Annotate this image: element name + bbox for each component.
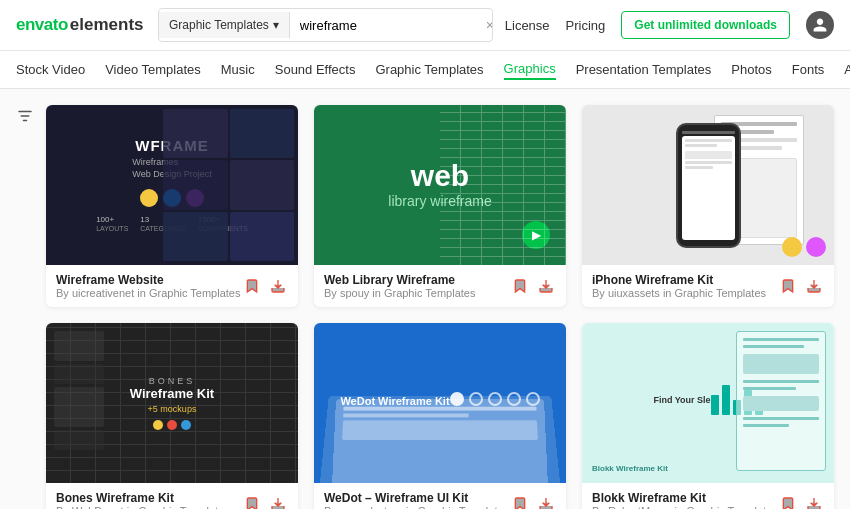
nav-graphic-templates[interactable]: Graphic Templates	[375, 60, 483, 79]
card5-info: WeDot – Wireframe UI Kit By panoplystore…	[324, 491, 510, 509]
card1-badge-1	[140, 189, 158, 207]
search-clear-button[interactable]: ×	[478, 11, 493, 39]
panel-line	[743, 345, 804, 348]
card4-dot-1	[153, 420, 163, 430]
card-image-1: WFRAME WireframesWeb Design Project 100+…	[46, 105, 298, 265]
unlimited-downloads-button[interactable]: Get unlimited downloads	[621, 11, 790, 39]
logo: envato elements	[16, 15, 146, 35]
card-blokk-wireframe-kit[interactable]: Find Your Sle Blokk Wireframe Kit	[582, 323, 834, 509]
download-icon	[270, 496, 286, 509]
card4-mockups-label: +5 mockups	[130, 404, 214, 414]
card1-author: By uicreativenet in Graphic Templates	[56, 287, 242, 299]
nav-graphics[interactable]: Graphics	[504, 59, 556, 80]
category-nav: Stock Video Video Templates Music Sound …	[0, 51, 850, 89]
card3-footer: iPhone Wireframe Kit By uiuxassets in Gr…	[582, 265, 834, 307]
card-bones-wireframe-kit[interactable]: BONES Wireframe Kit +5 mockups Bones Wir…	[46, 323, 298, 509]
mini-screen	[230, 212, 294, 261]
panel-block-1	[743, 354, 819, 374]
card6-title: Blokk Wireframe Kit	[592, 491, 778, 505]
card-image-4: BONES Wireframe Kit +5 mockups	[46, 323, 298, 483]
card2-download-button[interactable]	[536, 276, 556, 296]
license-link[interactable]: License	[505, 18, 550, 33]
search-bar: Graphic Templates ▾ ×	[158, 8, 493, 42]
card6-find-text: Find Your Sle	[653, 395, 710, 405]
card4-bookmark-button[interactable]	[242, 494, 262, 509]
header: envato elements Graphic Templates ▾ × Li…	[0, 0, 850, 89]
card3-phone	[676, 123, 741, 248]
card3-icon-1	[782, 237, 802, 257]
card-wedot-wireframe-ui-kit[interactable]: WeDot Wireframe Kit WeDot	[314, 323, 566, 509]
bar	[722, 385, 730, 415]
card1-bookmark-button[interactable]	[242, 276, 262, 296]
bookmark-icon	[244, 278, 260, 294]
card6-footer: Blokk Wireframe Kit By RobertMayer in Gr…	[582, 483, 834, 509]
card1-title: Wireframe Website	[56, 273, 242, 287]
nav-photos[interactable]: Photos	[731, 60, 771, 79]
card5-author: By panoplystore in Graphic Templates	[324, 505, 510, 509]
nav-video-templates[interactable]: Video Templates	[105, 60, 201, 79]
card3-title: iPhone Wireframe Kit	[592, 273, 778, 287]
sheet-line	[343, 413, 469, 417]
download-icon	[806, 496, 822, 509]
screen-line	[685, 144, 718, 147]
card3-info: iPhone Wireframe Kit By uiuxassets in Gr…	[592, 273, 778, 299]
bar	[711, 395, 719, 415]
download-icon	[538, 278, 554, 294]
phone-screen	[682, 136, 735, 240]
card4-download-button[interactable]	[268, 494, 288, 509]
nav-fonts[interactable]: Fonts	[792, 60, 825, 79]
download-icon	[538, 496, 554, 509]
mini-screen	[163, 212, 227, 261]
card4-left-panels	[54, 331, 104, 475]
card5-bookmark-button[interactable]	[510, 494, 530, 509]
download-icon	[806, 278, 822, 294]
card4-actions	[242, 494, 288, 509]
user-avatar[interactable]	[806, 11, 834, 39]
card4-center: BONES Wireframe Kit +5 mockups	[130, 376, 214, 430]
card6-download-button[interactable]	[804, 494, 824, 509]
card3-icons	[782, 237, 826, 257]
logo-product: elements	[70, 15, 144, 35]
card-web-library-wireframe[interactable]: web library wireframe ▶ Web Library Wire…	[314, 105, 566, 307]
nav-sound-effects[interactable]: Sound Effects	[275, 60, 356, 79]
mini-screen	[163, 109, 227, 158]
bookmark-icon	[512, 496, 528, 509]
card-wireframe-website[interactable]: WFRAME WireframesWeb Design Project 100+…	[46, 105, 298, 307]
card6-info: Blokk Wireframe Kit By RobertMayer in Gr…	[592, 491, 778, 509]
card2-info: Web Library Wireframe By spouy in Graphi…	[324, 273, 510, 299]
nav-music[interactable]: Music	[221, 60, 255, 79]
card1-info: Wireframe Website By uicreativenet in Gr…	[56, 273, 242, 299]
card6-author: By RobertMayer in Graphic Templates	[592, 505, 778, 509]
card2-bookmark-button[interactable]	[510, 276, 530, 296]
panel-line	[743, 417, 819, 420]
card6-bookmark-button[interactable]	[778, 494, 798, 509]
card2-footer: Web Library Wireframe By spouy in Graphi…	[314, 265, 566, 307]
card5-download-button[interactable]	[536, 494, 556, 509]
bookmark-icon	[780, 278, 796, 294]
nav-addons[interactable]: Add-ons	[844, 60, 850, 79]
search-category-dropdown[interactable]: Graphic Templates ▾	[159, 12, 290, 38]
card-iphone-wireframe-kit[interactable]: iPhone Wireframe Kit By uiuxassets in Gr…	[582, 105, 834, 307]
nav-stock-video[interactable]: Stock Video	[16, 60, 85, 79]
card-image-3	[582, 105, 834, 265]
pricing-link[interactable]: Pricing	[566, 18, 606, 33]
bookmark-icon	[244, 496, 260, 509]
card2-grid-overlay	[440, 105, 566, 265]
card4-footer: Bones Wireframe Kit By WebDonut in Graph…	[46, 483, 298, 509]
card6-kit-label: Blokk Wireframe Kit	[592, 464, 668, 473]
card3-bookmark-button[interactable]	[778, 276, 798, 296]
card4-dot-3	[181, 420, 191, 430]
card3-download-button[interactable]	[804, 276, 824, 296]
card-image-2: web library wireframe ▶	[314, 105, 566, 265]
user-icon	[812, 17, 828, 33]
filter-button[interactable]	[16, 105, 46, 509]
sheet-block	[342, 420, 538, 440]
card2-author: By spouy in Graphic Templates	[324, 287, 510, 299]
card3-author: By uiuxassets in Graphic Templates	[592, 287, 778, 299]
search-input[interactable]	[290, 12, 478, 39]
card1-download-button[interactable]	[268, 276, 288, 296]
card5-actions	[510, 494, 556, 509]
nav-presentation-templates[interactable]: Presentation Templates	[576, 60, 712, 79]
card6-right-panel	[736, 331, 826, 471]
main-content: WFRAME WireframesWeb Design Project 100+…	[0, 89, 850, 509]
